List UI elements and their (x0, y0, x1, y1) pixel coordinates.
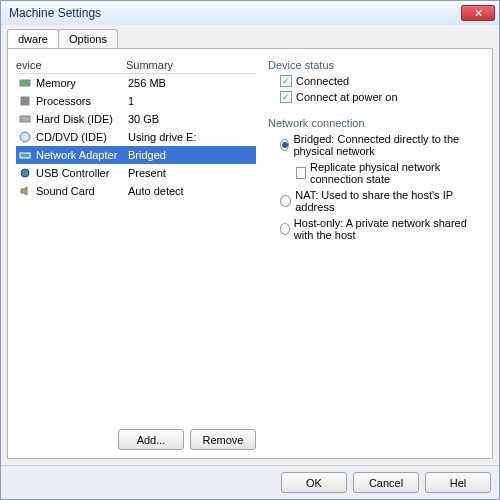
radio-icon (280, 195, 291, 207)
network-connection-group: Network connection Bridged: Connected di… (268, 117, 480, 241)
cpu-icon (18, 94, 32, 108)
device-name: Sound Card (36, 185, 128, 197)
svg-rect-0 (20, 80, 30, 86)
settings-window: Machine Settings ✕ dware Options evice S… (0, 0, 500, 500)
svg-point-5 (24, 136, 27, 139)
device-row[interactable]: Sound CardAuto detect (16, 182, 256, 200)
sound-icon (18, 184, 32, 198)
close-icon: ✕ (474, 8, 483, 19)
device-row[interactable]: USB ControllerPresent (16, 164, 256, 182)
device-name: Memory (36, 77, 128, 89)
device-summary: Present (128, 167, 254, 179)
replicate-label: Replicate physical network connection st… (310, 161, 480, 185)
device-name: Network Adapter (36, 149, 128, 161)
device-status-group: Device status ✓ Connected ✓ Connect at p… (268, 59, 480, 103)
device-summary: Bridged (128, 149, 254, 161)
connect-poweron-checkbox[interactable]: ✓ Connect at power on (280, 91, 480, 103)
hdd-icon (18, 112, 32, 126)
device-summary: Using drive E: (128, 131, 254, 143)
svg-point-7 (21, 169, 29, 177)
header-device[interactable]: evice (16, 59, 126, 71)
device-list[interactable]: Memory256 MBProcessors1Hard Disk (IDE)30… (16, 74, 256, 423)
connected-label: Connected (296, 75, 349, 87)
svg-point-3 (26, 118, 28, 120)
window-title: Machine Settings (5, 6, 461, 20)
device-row[interactable]: CD/DVD (IDE)Using drive E: (16, 128, 256, 146)
hostonly-radio[interactable]: Host-only: A private network shared with… (280, 217, 480, 241)
checkbox-icon: ✓ (280, 75, 292, 87)
device-summary: 256 MB (128, 77, 254, 89)
connected-checkbox[interactable]: ✓ Connected (280, 75, 480, 87)
device-summary: 1 (128, 95, 254, 107)
device-panel: evice Summary Memory256 MBProcessors1Har… (16, 57, 256, 450)
device-summary: Auto detect (128, 185, 254, 197)
help-button[interactable]: Hel (425, 472, 491, 493)
net-icon (18, 148, 32, 162)
add-button[interactable]: Add... (118, 429, 184, 450)
svg-marker-8 (21, 187, 27, 195)
radio-icon (280, 139, 289, 151)
svg-rect-1 (21, 97, 29, 105)
cancel-button[interactable]: Cancel (353, 472, 419, 493)
connect-poweron-label: Connect at power on (296, 91, 398, 103)
device-name: CD/DVD (IDE) (36, 131, 128, 143)
device-row[interactable]: Network AdapterBridged (16, 146, 256, 164)
tab-options[interactable]: Options (58, 29, 118, 48)
ok-button[interactable]: OK (281, 472, 347, 493)
nat-label: NAT: Used to share the host's IP address (295, 189, 480, 213)
tab-hardware[interactable]: dware (7, 29, 59, 48)
nat-radio[interactable]: NAT: Used to share the host's IP address (280, 189, 480, 213)
device-summary: 30 GB (128, 113, 254, 125)
detail-panel: Device status ✓ Connected ✓ Connect at p… (264, 57, 484, 450)
device-buttons: Add... Remove (16, 429, 256, 450)
device-row[interactable]: Memory256 MB (16, 74, 256, 92)
remove-button[interactable]: Remove (190, 429, 256, 450)
usb-icon (18, 166, 32, 180)
device-list-header: evice Summary (16, 57, 256, 74)
network-connection-title: Network connection (268, 117, 480, 129)
device-name: Processors (36, 95, 128, 107)
device-name: USB Controller (36, 167, 128, 179)
checkbox-icon: ✓ (280, 91, 292, 103)
checkbox-icon (296, 167, 306, 179)
device-row[interactable]: Hard Disk (IDE)30 GB (16, 110, 256, 128)
device-name: Hard Disk (IDE) (36, 113, 128, 125)
device-status-title: Device status (268, 59, 480, 71)
device-row[interactable]: Processors1 (16, 92, 256, 110)
cd-icon (18, 130, 32, 144)
header-summary[interactable]: Summary (126, 59, 256, 71)
close-button[interactable]: ✕ (461, 5, 495, 21)
titlebar[interactable]: Machine Settings ✕ (1, 1, 499, 25)
svg-rect-2 (20, 116, 30, 122)
hostonly-label: Host-only: A private network shared with… (294, 217, 480, 241)
memory-icon (18, 76, 32, 90)
radio-icon (280, 223, 290, 235)
tab-body: evice Summary Memory256 MBProcessors1Har… (7, 48, 493, 459)
replicate-checkbox[interactable]: Replicate physical network connection st… (296, 161, 480, 185)
dialog-footer: OK Cancel Hel (1, 465, 499, 499)
bridged-radio[interactable]: Bridged: Connected directly to the physi… (280, 133, 480, 157)
bridged-label: Bridged: Connected directly to the physi… (293, 133, 480, 157)
svg-rect-6 (20, 153, 30, 158)
tab-strip: dware Options (1, 25, 499, 48)
